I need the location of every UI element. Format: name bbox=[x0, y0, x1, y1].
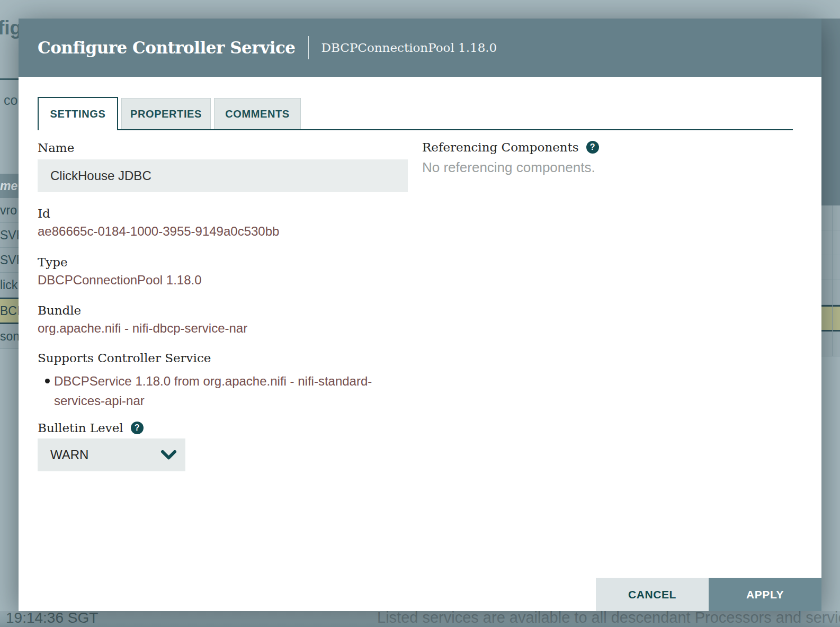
referencing-components-empty-text: No referencing components. bbox=[422, 159, 595, 176]
table-row: vro bbox=[0, 198, 19, 223]
id-value: ae86665c-0184-1000-3955-9149a0c530bb bbox=[38, 224, 279, 239]
configure-controller-service-dialog: Configure Controller Service DBCPConnect… bbox=[19, 19, 821, 611]
apply-button[interactable]: APPLY bbox=[709, 578, 821, 611]
name-input-value: ClickHouse JDBC bbox=[50, 168, 151, 183]
table-row-highlighted: BCI bbox=[0, 298, 19, 324]
type-label: Type bbox=[38, 255, 68, 269]
table-row: son bbox=[0, 324, 19, 349]
chevron-down-icon bbox=[160, 450, 177, 460]
cancel-button[interactable]: CANCEL bbox=[596, 578, 709, 611]
table-row bbox=[821, 230, 840, 255]
background-table-header-fragment: me bbox=[0, 174, 19, 198]
dialog-header: Configure Controller Service DBCPConnect… bbox=[19, 19, 821, 77]
referencing-components-label-row: Referencing Components ? bbox=[422, 140, 599, 154]
tab-properties[interactable]: PROPERTIES bbox=[121, 98, 211, 129]
dialog-tabs: SETTINGS PROPERTIES COMMENTS bbox=[38, 98, 793, 130]
dialog-title: Configure Controller Service bbox=[38, 38, 296, 57]
tab-comments[interactable]: COMMENTS bbox=[214, 98, 301, 129]
background-header-rule bbox=[0, 78, 19, 80]
bulletin-level-help-icon[interactable]: ? bbox=[131, 422, 144, 434]
nifi-screen: fig co me vro SVF SVF lick BCI son 19:14… bbox=[0, 0, 840, 627]
tab-settings[interactable]: SETTINGS bbox=[38, 97, 118, 130]
supports-controller-service-label: Supports Controller Service bbox=[38, 351, 211, 365]
background-services-table-left: me vro SVF SVF lick BCI son bbox=[0, 174, 19, 349]
supported-service-list-item: DBCPService 1.18.0 from org.apache.nifi … bbox=[45, 371, 396, 410]
id-label: Id bbox=[38, 207, 50, 220]
name-label: Name bbox=[38, 141, 74, 155]
bulletin-level-selected-value: WARN bbox=[50, 447, 88, 462]
table-row bbox=[821, 332, 840, 356]
table-row bbox=[821, 205, 840, 230]
table-row: SVF bbox=[0, 223, 19, 248]
services-scope-note: Listed services are available to all des… bbox=[377, 609, 840, 626]
background-table-gridline bbox=[832, 205, 833, 356]
background-services-table-right bbox=[821, 205, 840, 356]
bulletin-level-label-row: Bulletin Level ? bbox=[38, 421, 144, 435]
referencing-components-label: Referencing Components bbox=[422, 140, 579, 154]
name-input[interactable]: ClickHouse JDBC bbox=[38, 159, 408, 192]
table-row bbox=[821, 280, 840, 305]
dialog-subtitle: DBCPConnectionPool 1.18.0 bbox=[321, 41, 497, 55]
bulletin-level-select[interactable]: WARN bbox=[38, 438, 185, 471]
table-row: SVF bbox=[0, 248, 19, 273]
bundle-value: org.apache.nifi - nifi-dbcp-service-nar bbox=[38, 321, 247, 336]
clock-text: 19:14:36 SGT bbox=[6, 610, 98, 626]
title-separator bbox=[308, 36, 309, 59]
bundle-label: Bundle bbox=[38, 303, 81, 317]
background-panel-right bbox=[821, 19, 840, 205]
table-row: lick bbox=[0, 273, 19, 298]
bulletin-level-label: Bulletin Level bbox=[38, 421, 123, 435]
type-value: DBCPConnectionPool 1.18.0 bbox=[38, 273, 202, 288]
referencing-components-help-icon[interactable]: ? bbox=[586, 141, 599, 154]
table-row bbox=[821, 255, 840, 280]
background-tab-fragment: co bbox=[4, 93, 17, 108]
table-row-highlighted bbox=[821, 305, 840, 332]
